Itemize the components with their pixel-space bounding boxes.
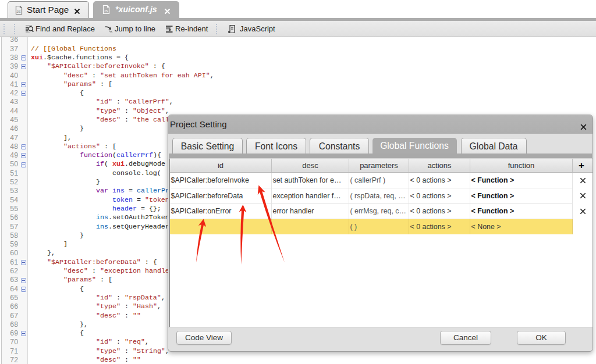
svg-text:JS: JS: [104, 9, 108, 13]
svg-text:JS: JS: [17, 10, 21, 13]
